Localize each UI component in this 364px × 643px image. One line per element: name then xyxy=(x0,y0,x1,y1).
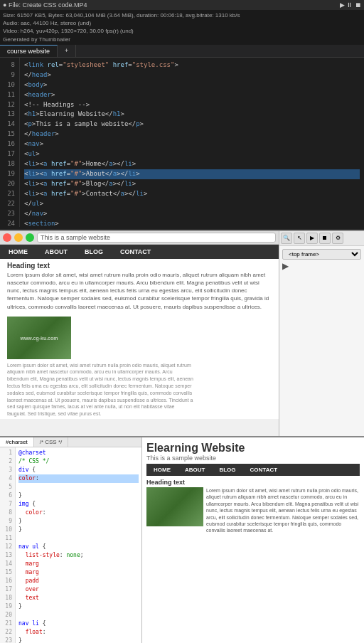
lorem-text-1: Lorem ipsum dolor sit amet, wisi amet ru… xyxy=(0,271,279,311)
bottom-code-content[interactable]: @charset /* CSS */ div { color: } img { … xyxy=(16,447,141,643)
nav-item-blog[interactable]: BLOG xyxy=(76,245,112,259)
browser-btn-yellow[interactable] xyxy=(14,233,23,242)
nav-bar: HOME ABOUT BLOG CONTACT xyxy=(0,245,279,259)
bottom-section: #charset /* CSS */ 123456789101112131415… xyxy=(0,436,364,643)
frame-selector[interactable]: <top frame> xyxy=(282,249,361,260)
bp-nav-about[interactable]: ABOUT xyxy=(178,464,212,476)
lorem-text-2: Lorem ipsum dolor sit amet, wisi amet ru… xyxy=(0,362,200,418)
nav-item-contact[interactable]: CONTACT xyxy=(112,245,159,259)
code-editor: course website + 89101112131415161718192… xyxy=(0,45,364,230)
devtools-stop-btn[interactable]: ⏹ xyxy=(319,233,331,244)
editor-tab-new[interactable]: + xyxy=(58,45,76,57)
preview-image: www.cg-ku.com xyxy=(7,317,71,359)
bp-heading: Heading text xyxy=(146,479,360,486)
bp-lorem: Lorem ipsum dolor sit amet, wisi amet ru… xyxy=(206,487,360,534)
nav-item-home[interactable]: HOME xyxy=(0,245,36,259)
browser-preview: HOME ABOUT BLOG CONTACT Heading text Lor… xyxy=(0,245,279,419)
bottom-line-numbers: 1234567891011121314151617181920212223242… xyxy=(0,447,16,643)
editor-tabs: course website + xyxy=(0,45,364,58)
heading-text: Heading text xyxy=(0,259,279,271)
bottom-editor-tabs: #charset /* CSS */ xyxy=(0,437,141,447)
editor-tab-css[interactable]: course website xyxy=(0,45,58,57)
devtools-search-btn[interactable]: 🔍 xyxy=(281,233,292,244)
bp-subtitle: This is a sample website xyxy=(146,455,360,462)
bp-nav-contact[interactable]: CONTACT xyxy=(243,464,285,476)
browser-section: This is a sample website HOME ABOUT BLOG… xyxy=(0,230,364,436)
devtools-arrow[interactable]: ▶ xyxy=(282,261,361,271)
browser-toolbar: This is a sample website xyxy=(0,231,279,245)
video-top-bar: ● File: Create CSS code.MP4 ▶ ⏸ ⏹ xyxy=(0,0,364,10)
bottom-tab-charset[interactable]: #charset xyxy=(0,437,34,447)
bp-nav-home[interactable]: HOME xyxy=(146,464,178,476)
line-numbers: 8910111213141516171819202122232425262728… xyxy=(0,58,20,227)
bp-nav: HOME ABOUT BLOG CONTACT xyxy=(146,464,360,476)
nav-item-about[interactable]: ABOUT xyxy=(36,245,76,259)
bp-title: Elearning Website xyxy=(146,442,360,455)
browser-btn-red[interactable] xyxy=(3,233,11,242)
watermark: www.cg-ku.com xyxy=(20,335,58,340)
video-info: Size: 61507 KB5, Bytes: 63,040,104 MiB (… xyxy=(0,10,364,45)
devtools-panel: 🔍 ↖ ▶ ⏹ ⚙ <top frame> ▶ xyxy=(279,231,364,436)
devtools-play-btn[interactable]: ▶ xyxy=(306,233,318,244)
devtools-filter-btn[interactable]: ⚙ xyxy=(332,233,343,244)
bottom-preview: Elearning Website This is a sample websi… xyxy=(142,437,364,643)
devtools-content: <top frame> ▶ xyxy=(279,246,364,274)
browser-btn-green[interactable] xyxy=(26,233,34,242)
code-content[interactable]: <link rel="stylesheet" href="style.css">… xyxy=(20,58,364,227)
bottom-editor: #charset /* CSS */ 123456789101112131415… xyxy=(0,437,142,643)
bp-nav-blog[interactable]: BLOG xyxy=(212,464,242,476)
bottom-tab-css[interactable]: /* CSS */ xyxy=(34,437,69,447)
devtools-toolbar: 🔍 ↖ ▶ ⏹ ⚙ xyxy=(279,231,364,246)
bp-image xyxy=(146,487,203,526)
browser-url-bar[interactable]: This is a sample website xyxy=(37,233,276,243)
devtools-cursor-btn[interactable]: ↖ xyxy=(294,233,305,244)
